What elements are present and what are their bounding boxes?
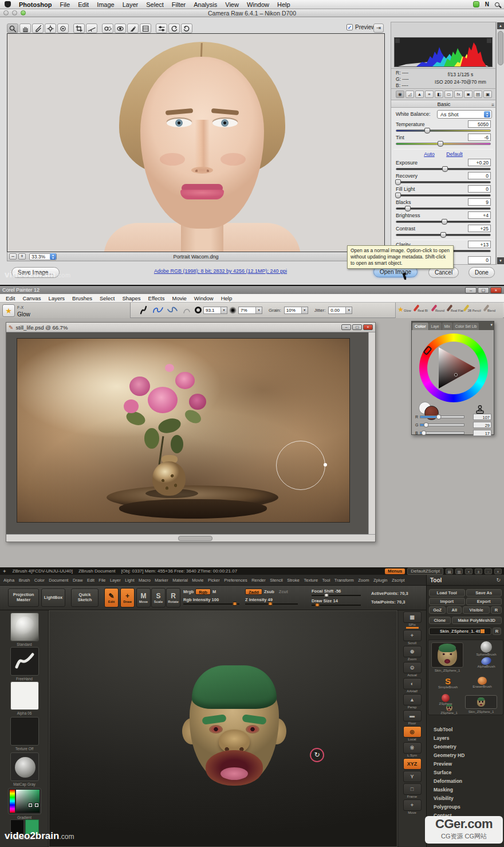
rotate-mode-button[interactable]: RRotate [166, 588, 180, 607]
canvas-control[interactable]: + Scroll [401, 630, 424, 645]
white-balance-select[interactable]: As Shot ▲▼ [437, 110, 492, 119]
preferences-tool-icon[interactable] [156, 23, 167, 33]
menubar-item[interactable]: Zplugin [373, 578, 388, 583]
doc-minimize-button[interactable]: – [341, 324, 351, 330]
red-value[interactable]: 107 [473, 414, 491, 420]
color-sampler-tool-icon[interactable] [45, 23, 56, 33]
zsphere-tool[interactable]: ZSphere [433, 694, 458, 705]
menubar-item[interactable]: Layers [49, 295, 65, 301]
zsub-button[interactable]: Zsub [264, 589, 274, 594]
canvas-control-icon[interactable]: ⊙ [403, 662, 422, 673]
grain-input[interactable]: 10%▾ [284, 307, 308, 314]
tab-camera-calibration-icon[interactable]: ◙ [464, 91, 472, 98]
current-tool-thumbnail[interactable] [431, 642, 463, 668]
menubar-item[interactable]: File [99, 578, 105, 583]
variant-real-blender[interactable]: Real Bl [413, 304, 430, 314]
tab-lens-icon[interactable]: ▭ [444, 91, 453, 98]
canvas-control-icon[interactable]: + [403, 799, 422, 811]
current-alpha[interactable]: Alpha 06 [0, 681, 49, 715]
menubar-item[interactable]: Shapes [122, 295, 140, 301]
canvas-control-icon[interactable]: + [403, 630, 422, 641]
canvas-control-icon[interactable]: ▬ [403, 710, 422, 721]
variant-real-flat[interactable]: Real Flat [447, 304, 464, 314]
menubar-item[interactable]: Help [221, 295, 233, 301]
jitter-input[interactable]: 0.00▾ [328, 307, 352, 314]
tool-button[interactable]: Clone [429, 617, 451, 624]
tool-section-header[interactable]: Masking [427, 786, 504, 794]
canvas-control[interactable]: ⊙ Actual [401, 662, 424, 677]
zbrush-titlebar[interactable]: ✦ ZBrush 4[FCDV-UNJU-UU40] ZBrush Docume… [0, 567, 504, 575]
tool-section-header[interactable]: Polygroups [427, 803, 504, 811]
stroke-zigzag-icon[interactable] [137, 304, 150, 316]
canvas-area[interactable] [6, 332, 369, 535]
white-balance-tool-icon[interactable] [32, 23, 44, 33]
menubar-item[interactable]: Render [251, 578, 266, 583]
menubar-item[interactable]: Analysis [194, 1, 217, 8]
tool-button[interactable]: Load Tool [429, 589, 465, 597]
tab-hsl-icon[interactable]: ≡ [425, 91, 434, 98]
refresh-icon[interactable]: ↻ [496, 577, 501, 583]
graduated-filter-tool-icon[interactable] [140, 23, 151, 33]
menubar-item[interactable]: Texture [304, 578, 318, 583]
tool-button[interactable]: Import [429, 598, 465, 605]
menubar-item[interactable]: Stroke [287, 578, 300, 583]
current-brush[interactable]: Standard [0, 613, 49, 646]
menubar-item[interactable]: Zscript [392, 578, 405, 583]
tool-section-header[interactable]: Deformation [427, 777, 504, 786]
tool-button[interactable]: Make PolyMesh3D [452, 617, 502, 624]
canvas-control-icon[interactable]: ※ [403, 742, 422, 754]
menubar-item[interactable]: Stencil [270, 578, 283, 583]
stroke-loop-icon[interactable] [152, 304, 164, 316]
doc-horizontal-scrollbar[interactable] [6, 534, 375, 542]
spot-removal-tool-icon[interactable] [102, 23, 113, 33]
canvas-control[interactable]: XYZ [401, 758, 424, 770]
menubar-item[interactable]: Material [172, 578, 188, 583]
doc-close-button[interactable]: × [363, 324, 373, 330]
draw-size-slider[interactable]: Draw Size 14 [312, 598, 361, 606]
menubar-item[interactable]: Macro [139, 578, 151, 583]
tab-effects-icon[interactable]: fx [454, 91, 463, 98]
crop-tool-icon[interactable] [73, 23, 85, 33]
tool-name-slider[interactable]: Skin_ZSphere_1. 49 [429, 628, 491, 635]
straighten-tool-icon[interactable] [86, 23, 97, 33]
histogram[interactable] [394, 37, 493, 67]
adjustment-brush-tool-icon[interactable] [127, 23, 139, 33]
tool-button[interactable]: GoZ [429, 606, 446, 614]
tool-section-header[interactable]: Geometry [427, 743, 504, 751]
menubar-item[interactable]: Image [97, 1, 115, 8]
sphere-brush-tool[interactable]: SphereBrush [472, 641, 501, 656]
simple-brush-tool[interactable]: S SimpleBrush [433, 677, 463, 689]
document-titlebar[interactable]: ✎ still_life.psd @ 66.7% – ▢ × [6, 323, 375, 332]
canvas-control-icon[interactable]: ⊕ [403, 646, 422, 657]
canvas-control[interactable]: ▬ Floor [401, 710, 424, 725]
menubar-item[interactable]: Help [277, 1, 290, 8]
painter-titlebar[interactable]: Corel Painter 12 – ▢ × [0, 286, 504, 294]
brightness-value[interactable]: +4 [468, 211, 491, 219]
quick-sketch-button[interactable]: Quick Sketch [71, 589, 99, 607]
exposure-value[interactable]: +0.20 [468, 159, 491, 166]
menubar-item[interactable]: Movie [172, 295, 186, 301]
canvas-control[interactable]: ◐ AAHalf [401, 678, 424, 693]
tab-tone-curve-icon[interactable]: ◿ [405, 91, 414, 98]
hue-ring[interactable] [419, 334, 488, 402]
tool-section-header[interactable]: SubTool [427, 726, 504, 734]
camera-raw-titlebar[interactable]: Camera Raw 6.4.1 – Nikon D700 [0, 9, 504, 17]
preview-checkbox[interactable]: ✓ [346, 24, 353, 30]
fill-light-value[interactable]: 0 [468, 185, 491, 193]
tool-button[interactable]: Visible [463, 606, 490, 614]
tool-section-header[interactable]: Geometry HD [427, 751, 504, 760]
zoom-tool-icon[interactable] [7, 23, 18, 33]
menubar-item[interactable]: Edit [78, 1, 89, 8]
canvas-control-icon[interactable]: □ [403, 783, 422, 795]
canvas-control[interactable]: □ Frame [401, 783, 424, 798]
brush-selector[interactable]: ★ F-X Glow [0, 303, 131, 318]
titlebar-icon[interactable]: ▪ [465, 568, 472, 574]
doc-restore-button[interactable]: ▢ [352, 324, 362, 330]
menubar-item[interactable]: Preferences [224, 578, 247, 583]
menubar-item[interactable]: Brushes [72, 295, 92, 301]
menubar-item[interactable]: Window [247, 1, 269, 8]
menubar-item[interactable]: Window [194, 295, 214, 301]
titlebar-icon[interactable]: ◦ [485, 568, 492, 574]
sculpted-head[interactable] [183, 665, 286, 789]
draw-mode-button[interactable]: +Draw [120, 588, 135, 607]
